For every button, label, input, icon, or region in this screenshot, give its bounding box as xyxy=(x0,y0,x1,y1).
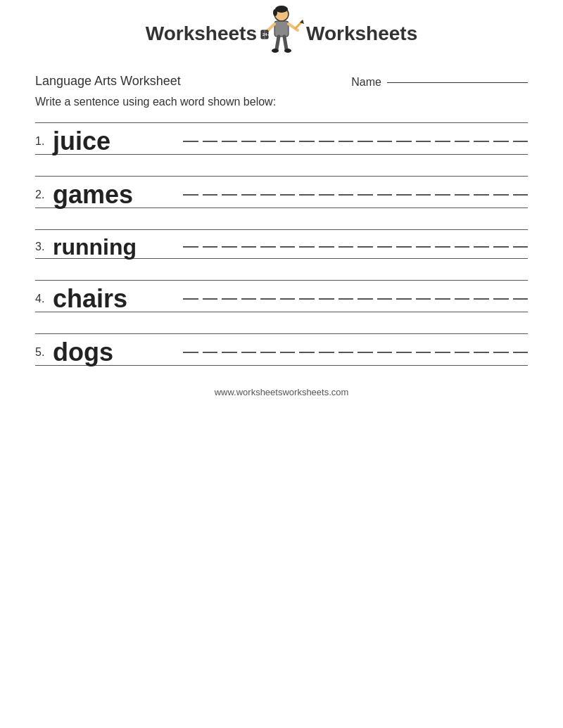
top-solid-line xyxy=(35,122,528,123)
word-label-3: running xyxy=(53,236,183,258)
dash-segment xyxy=(241,194,257,196)
page: Worksheets xyxy=(0,0,563,728)
word-row-4: 4. chairs xyxy=(35,286,528,312)
dashes-row-5 xyxy=(183,352,528,353)
word-section-4: 4. chairs xyxy=(35,280,528,312)
dashes-row-1 xyxy=(183,141,528,142)
instructions: Write a sentence using each word shown b… xyxy=(35,96,528,108)
word-label-2: games xyxy=(53,182,183,207)
dash-segment xyxy=(377,298,393,300)
word-row-3: 3. running xyxy=(35,236,528,258)
dash-segment xyxy=(319,246,334,248)
top-solid-line xyxy=(35,280,528,281)
dash-segment xyxy=(513,246,529,248)
dash-segment xyxy=(339,246,354,248)
dash-segment xyxy=(513,352,529,353)
svg-line-10 xyxy=(277,37,279,49)
dash-segment xyxy=(474,141,489,142)
dash-segment xyxy=(435,246,450,248)
logo-container: Worksheets xyxy=(35,7,528,60)
word-section-2: 2. games xyxy=(35,176,528,208)
dash-segment xyxy=(299,141,315,142)
dash-segment xyxy=(280,352,296,353)
dash-segment xyxy=(474,194,489,196)
word-section-5: 5. dogs xyxy=(35,333,528,366)
dash-segment xyxy=(513,298,529,300)
word-number-3: 3. xyxy=(35,241,53,253)
dash-segment xyxy=(358,141,373,142)
dash-segment xyxy=(339,298,354,300)
lines-area-1: 1. juice xyxy=(35,122,528,155)
dash-segment xyxy=(319,194,334,196)
top-solid-line xyxy=(35,229,528,230)
lines-area-3: 3. running xyxy=(35,229,528,259)
word-row-2: 2. games xyxy=(35,182,528,207)
word-number-2: 2. xyxy=(35,189,53,201)
dash-segment xyxy=(339,194,354,196)
top-solid-line xyxy=(35,176,528,177)
name-field: Name xyxy=(351,76,528,89)
word-section-1: 1. juice xyxy=(35,122,528,155)
word-label-5: dogs xyxy=(53,340,183,365)
dash-segment xyxy=(299,194,315,196)
dash-segment xyxy=(319,352,334,353)
footer-url: www.worksheetsworksheets.com xyxy=(215,387,349,397)
word-row-5: 5. dogs xyxy=(35,340,528,365)
dash-segment xyxy=(396,194,412,196)
dash-segment xyxy=(396,298,412,300)
word-number-1: 1. xyxy=(35,135,53,148)
dash-segment xyxy=(241,352,257,353)
dash-segment xyxy=(455,246,470,248)
dash-segment xyxy=(299,298,315,300)
dash-segment xyxy=(222,194,237,196)
lines-area-4: 4. chairs xyxy=(35,280,528,312)
dash-segment xyxy=(222,246,237,248)
dash-segment xyxy=(280,298,296,300)
dash-segment xyxy=(260,246,276,248)
dash-segment xyxy=(222,298,237,300)
dash-segment xyxy=(203,298,218,300)
svg-rect-3 xyxy=(274,21,289,37)
worksheet-header: Language Arts Worksheet Name xyxy=(35,74,528,89)
dash-segment xyxy=(299,352,315,353)
dash-segment xyxy=(396,141,412,142)
word-label-1: juice xyxy=(53,129,183,154)
dash-segment xyxy=(435,194,450,196)
dash-segment xyxy=(183,352,198,353)
dash-segment xyxy=(319,298,334,300)
dash-segment xyxy=(493,141,509,142)
dash-segment xyxy=(493,298,509,300)
dash-segment xyxy=(474,246,489,248)
dash-segment xyxy=(203,246,218,248)
dash-segment xyxy=(435,141,450,142)
dash-segment xyxy=(416,298,431,300)
logo-figure: 24÷ xyxy=(257,7,306,60)
dash-segment xyxy=(203,352,218,353)
dashes-row-4 xyxy=(183,298,528,300)
name-line xyxy=(387,82,528,83)
dash-segment xyxy=(416,194,431,196)
dash-segment xyxy=(183,246,198,248)
dash-segment xyxy=(241,141,257,142)
dash-segment xyxy=(358,194,373,196)
dash-segment xyxy=(416,141,431,142)
dash-segment xyxy=(222,352,237,353)
svg-text:24÷: 24÷ xyxy=(262,32,270,37)
dash-segment xyxy=(280,141,296,142)
dash-segment xyxy=(203,141,218,142)
top-solid-line xyxy=(35,333,528,334)
word-number-4: 4. xyxy=(35,293,53,305)
dashes-row-3 xyxy=(183,246,528,248)
dash-segment xyxy=(319,141,334,142)
dash-segment xyxy=(455,298,470,300)
dash-segment xyxy=(513,194,529,196)
dash-segment xyxy=(183,141,198,142)
dash-segment xyxy=(183,194,198,196)
worksheet-title: Language Arts Worksheet xyxy=(35,74,181,89)
kid-icon: 24÷ xyxy=(259,6,305,62)
dash-segment xyxy=(358,352,373,353)
dash-segment xyxy=(241,246,257,248)
words-container: 1. juice 2. games xyxy=(35,122,528,366)
dash-segment xyxy=(396,246,412,248)
word-section-3: 3. running xyxy=(35,229,528,259)
